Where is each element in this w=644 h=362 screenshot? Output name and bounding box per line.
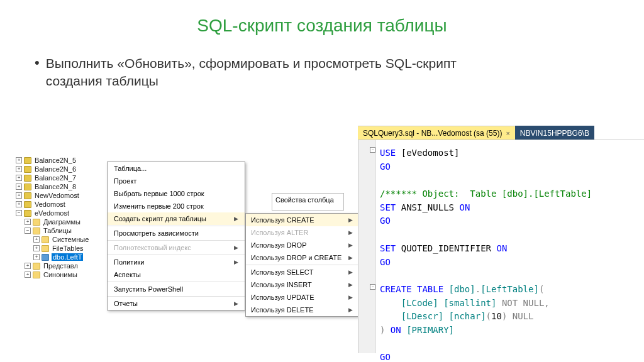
tree-folder[interactable]: +FileTables [16,244,110,253]
slide-title: SQL-скрипт создания таблицы [0,16,644,36]
menu-script-table[interactable]: Создать скрипт для таблицы▶ [108,212,245,225]
submenu-dropcreate[interactable]: Используя DROP и CREATE▶ [246,251,358,264]
tree-db[interactable]: +Balance2N_6 [16,165,110,173]
submenu-update[interactable]: Используя UPDATE▶ [246,291,358,304]
chevron-right-icon: ▶ [234,300,238,307]
menu-project[interactable]: Проект [108,175,245,187]
expand-icon[interactable]: + [25,263,31,269]
tree-folder[interactable]: +Представл [16,261,110,270]
close-icon[interactable]: × [506,129,509,137]
menu-powershell[interactable]: Запустить PowerShell [108,283,245,295]
submenu-create[interactable]: Используя CREATE▶ [246,214,358,226]
sql-editor[interactable]: − − USE [eVedomost] GO /****** Object: T… [358,140,644,353]
submenu-drop[interactable]: Используя DROP▶ [246,239,358,251]
database-icon [24,184,31,190]
collapse-icon[interactable]: − [16,210,22,216]
separator [108,296,245,297]
tab-active[interactable]: SQLQuery3.sql - NB...Vedomost (sa (55))× [358,126,515,140]
folder-icon [33,272,40,278]
menu-reports[interactable]: Отчеты▶ [108,297,245,310]
expand-icon[interactable]: + [33,254,40,260]
separator [108,240,245,241]
database-icon [24,201,31,208]
menu-facets[interactable]: Аспекты [108,268,245,281]
tree-db[interactable]: +Balance2N_5 [16,156,110,165]
chevron-right-icon: ▶ [234,244,238,251]
submenu-select[interactable]: Используя SELECT▶ [246,266,358,278]
expand-icon[interactable]: + [33,245,40,251]
context-menu[interactable]: Таблица... Проект Выбрать первые 1000 ст… [107,162,245,310]
chevron-right-icon: ▶ [348,282,353,288]
chevron-right-icon: ▶ [348,294,353,300]
separator [108,255,245,255]
expand-icon[interactable]: + [16,166,22,172]
tree-db[interactable]: +Balance2N_7 [16,173,110,182]
submenu-alter: Используя ALTER▶ [246,226,358,239]
separator [108,226,245,226]
folder-icon [33,263,40,270]
chevron-right-icon: ▶ [348,255,353,261]
database-icon [24,210,31,217]
object-explorer-tree[interactable]: +Balance2N_5 +Balance2N_6 +Balance2N_7 +… [16,156,110,279]
menu-fulltext: Полнотекстовый индекс▶ [108,241,245,254]
menu-dependencies[interactable]: Просмотреть зависимости [108,227,245,239]
tree-db[interactable]: +NewVedomost [16,191,110,200]
expand-icon[interactable]: + [16,175,22,181]
fold-icon[interactable]: − [370,284,375,290]
folder-icon [33,219,40,226]
code-gutter: − − [358,140,376,353]
expand-icon[interactable]: + [16,201,22,207]
chevron-right-icon: ▶ [348,269,353,275]
menu-table[interactable]: Таблица... [108,162,245,175]
database-icon [24,166,31,173]
chevron-right-icon: ▶ [348,229,353,236]
bullet-item: Выполнить «Обновить», сформировать и про… [35,55,644,90]
expand-icon[interactable]: + [16,184,22,190]
folder-icon [33,228,40,234]
menu-policies[interactable]: Политики▶ [108,256,245,268]
column-properties-label: Свойства столбца [272,193,344,211]
tree-db-open[interactable]: −eVedomost [16,209,110,217]
bullet-text: Выполнить «Обновить», сформировать и про… [46,55,505,90]
chevron-right-icon: ▶ [234,259,238,265]
folder-icon [42,245,49,252]
submenu-insert[interactable]: Используя INSERT▶ [246,278,358,291]
submenu-delete[interactable]: Используя DELETE▶ [246,304,358,316]
menu-edit-top[interactable]: Изменить первые 200 строк [108,200,245,212]
tree-db[interactable]: +Balance2N_8 [16,182,110,191]
tree-table-selected[interactable]: +dbo.LeftT [16,253,110,261]
editor-tabs[interactable]: SQLQuery3.sql - NB...Vedomost (sa (55))×… [358,126,594,140]
tree-db[interactable]: +Vedomost [16,200,110,209]
expand-icon[interactable]: + [33,236,40,243]
expand-icon[interactable]: + [16,192,22,199]
folder-icon [42,236,49,243]
chevron-right-icon: ▶ [348,217,353,223]
menu-select-top[interactable]: Выбрать первые 1000 строк [108,187,245,200]
expand-icon[interactable]: + [25,219,31,225]
tree-folder[interactable]: +Диаграммы [16,217,110,226]
collapse-icon[interactable]: − [25,228,31,234]
expand-icon[interactable]: + [16,157,22,163]
table-icon [42,254,49,261]
script-submenu[interactable]: Используя CREATE▶ Используя ALTER▶ Испол… [245,213,358,317]
tree-folder-open[interactable]: −Таблицы [16,226,110,235]
tree-folder[interactable]: +Системные [16,235,110,244]
tree-folder[interactable]: +Синонимы [16,270,110,279]
tab-inactive[interactable]: NBVIN15HPPBG6\B [515,126,594,140]
chevron-right-icon: ▶ [348,242,353,248]
database-icon [24,157,31,164]
separator [108,282,245,282]
database-icon [24,192,31,199]
code-content[interactable]: USE [eVedomost] GO /****** Object: Table… [380,146,592,362]
fold-icon[interactable]: − [370,147,375,153]
chevron-right-icon: ▶ [234,216,238,222]
chevron-right-icon: ▶ [348,307,353,313]
separator [246,265,358,265]
expand-icon[interactable]: + [25,272,31,278]
database-icon [24,175,31,182]
